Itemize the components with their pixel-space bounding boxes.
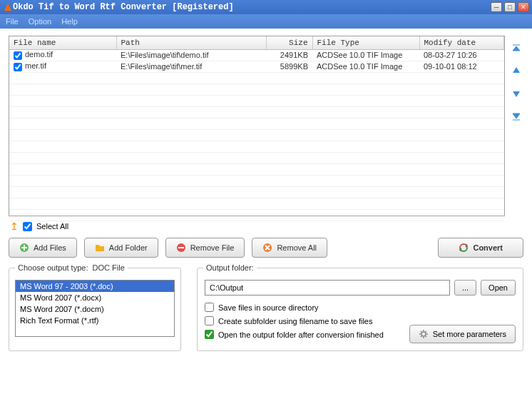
save-source-check[interactable]: Save files in source directory — [205, 303, 516, 312]
move-down-button[interactable] — [510, 87, 523, 100]
menu-option[interactable]: Option — [29, 17, 51, 26]
minimize-button[interactable]: ─ — [491, 2, 502, 12]
app-icon — [3, 2, 13, 12]
col-modify[interactable]: Modify date — [419, 36, 504, 49]
output-type-group: Choose output type: DOC File MS Word 97 … — [9, 268, 181, 351]
add-folder-button[interactable]: Add Folder — [84, 238, 158, 258]
output-type-option[interactable]: MS Word 97 - 2003 (*.doc) — [16, 281, 174, 292]
output-type-list[interactable]: MS Word 97 - 2003 (*.doc)MS Word 2007 (*… — [15, 280, 175, 337]
remove-all-icon — [262, 243, 272, 253]
up-folder-icon[interactable]: ↥ — [10, 221, 19, 232]
move-bottom-button[interactable] — [510, 110, 523, 123]
output-type-option[interactable]: MS Word 2007 (*.docx) — [16, 292, 174, 303]
move-up-button[interactable] — [510, 64, 523, 77]
move-top-button[interactable] — [510, 41, 523, 54]
output-folder-group: Output folder: ... Open Save files in so… — [197, 268, 523, 351]
output-type-option[interactable]: MS Word 2007 (*.docm) — [16, 303, 174, 315]
row-checkbox[interactable] — [14, 51, 22, 60]
output-folder-label: Output folder: — [203, 263, 257, 272]
set-more-parameters-button[interactable]: Set more parameters — [409, 325, 516, 343]
window-title: Okdo Tif to Word Rtf Converter [Register… — [13, 2, 491, 12]
file-table: File name Path Size File Type Modify dat… — [9, 36, 505, 216]
svg-point-3 — [421, 332, 426, 336]
row-checkbox[interactable] — [14, 63, 22, 71]
table-row[interactable]: demo.tifE:\Files\image\tif\demo.tif2491K… — [9, 49, 504, 61]
col-path[interactable]: Path — [116, 36, 266, 49]
col-size[interactable]: Size — [266, 36, 312, 49]
gear-icon — [419, 329, 429, 339]
output-type-option[interactable]: Rich Text Format (*.rtf) — [16, 315, 174, 326]
maximize-button[interactable]: □ — [504, 2, 516, 12]
output-folder-input[interactable] — [205, 280, 450, 296]
col-filetype[interactable]: File Type — [312, 36, 419, 49]
minus-icon — [176, 243, 186, 253]
menu-file[interactable]: File — [6, 17, 19, 26]
convert-icon — [459, 243, 469, 253]
select-all-label: Select All — [36, 222, 68, 231]
col-filename[interactable]: File name — [9, 36, 116, 49]
title-bar: Okdo Tif to Word Rtf Converter [Register… — [0, 0, 532, 14]
remove-all-button[interactable]: Remove All — [252, 238, 327, 258]
add-files-button[interactable]: Add Files — [9, 238, 77, 258]
plus-icon — [19, 243, 29, 253]
select-all-checkbox[interactable] — [23, 222, 32, 231]
remove-file-button[interactable]: Remove File — [165, 238, 245, 258]
open-folder-button[interactable]: Open — [481, 280, 516, 296]
menu-help[interactable]: Help — [61, 17, 78, 26]
convert-button[interactable]: Convert — [438, 238, 523, 258]
folder-icon — [95, 243, 105, 253]
menu-bar: File Option Help — [0, 14, 532, 29]
browse-button[interactable]: ... — [454, 280, 476, 296]
table-row[interactable]: mer.tifE:\Files\image\tif\mer.tif5899KBA… — [9, 61, 504, 72]
output-type-label: Choose output type: DOC File — [15, 263, 128, 272]
close-button[interactable]: ✕ — [518, 2, 529, 12]
